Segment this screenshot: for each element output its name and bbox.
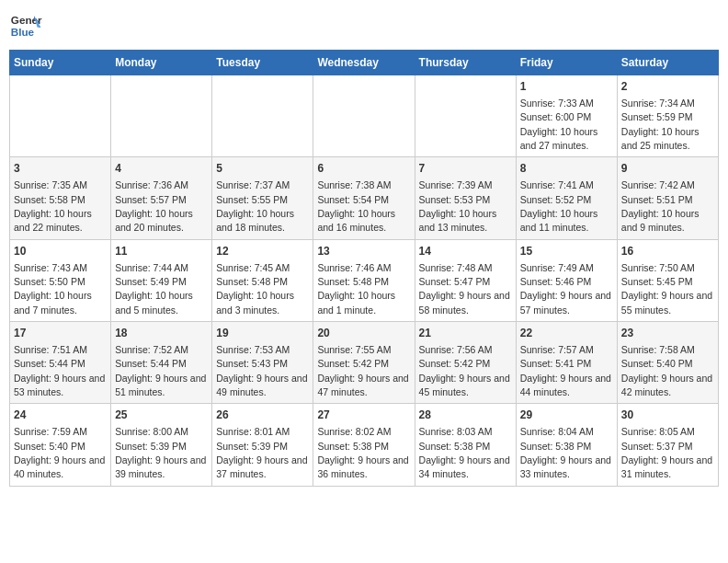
day-info: Sunrise: 7:53 AMSunset: 5:43 PMDaylight:… [216,344,307,397]
calendar-cell: 26Sunrise: 8:01 AMSunset: 5:39 PMDayligh… [212,404,313,486]
day-info: Sunrise: 7:48 AMSunset: 5:47 PMDaylight:… [419,262,510,316]
day-number: 21 [419,326,512,341]
calendar-cell: 23Sunrise: 7:58 AMSunset: 5:40 PMDayligh… [617,322,718,404]
logo-icon: General Blue [9,9,42,42]
day-info: Sunrise: 8:00 AMSunset: 5:39 PMDaylight:… [115,426,206,479]
calendar-cell: 13Sunrise: 7:46 AMSunset: 5:48 PMDayligh… [313,239,415,321]
calendar-cell: 21Sunrise: 7:56 AMSunset: 5:42 PMDayligh… [415,322,516,404]
day-info: Sunrise: 7:37 AMSunset: 5:55 PMDaylight:… [216,179,294,233]
day-info: Sunrise: 7:39 AMSunset: 5:53 PMDaylight:… [419,179,497,233]
day-number: 12 [216,244,309,259]
calendar-cell: 24Sunrise: 7:59 AMSunset: 5:40 PMDayligh… [10,404,111,486]
day-info: Sunrise: 7:59 AMSunset: 5:40 PMDaylight:… [14,426,105,479]
day-number: 19 [216,326,309,341]
calendar-cell: 8Sunrise: 7:41 AMSunset: 5:52 PMDaylight… [516,157,617,239]
day-number: 9 [621,161,714,177]
day-info: Sunrise: 8:05 AMSunset: 5:37 PMDaylight:… [621,426,712,479]
day-number: 27 [317,408,410,423]
calendar-cell: 17Sunrise: 7:51 AMSunset: 5:44 PMDayligh… [10,322,111,404]
calendar-cell: 4Sunrise: 7:36 AMSunset: 5:57 PMDaylight… [111,157,212,239]
calendar-table: SundayMondayTuesdayWednesdayThursdayFrid… [9,50,719,487]
day-number: 20 [317,326,410,341]
day-number: 8 [520,161,613,177]
day-info: Sunrise: 7:38 AMSunset: 5:54 PMDaylight:… [317,179,395,233]
day-info: Sunrise: 7:33 AMSunset: 6:00 PMDaylight:… [520,98,598,151]
day-number: 30 [621,408,714,423]
day-number: 6 [317,161,410,177]
calendar-cell: 7Sunrise: 7:39 AMSunset: 5:53 PMDaylight… [415,157,516,239]
day-info: Sunrise: 7:56 AMSunset: 5:42 PMDaylight:… [419,344,510,397]
calendar-cell: 25Sunrise: 8:00 AMSunset: 5:39 PMDayligh… [111,404,212,486]
day-number: 15 [520,244,613,259]
day-number: 3 [14,161,107,177]
day-info: Sunrise: 7:58 AMSunset: 5:40 PMDaylight:… [621,344,712,397]
calendar-cell [111,75,212,157]
calendar-cell: 1Sunrise: 7:33 AMSunset: 6:00 PMDaylight… [516,75,617,157]
day-number: 11 [115,244,208,259]
calendar-cell: 27Sunrise: 8:02 AMSunset: 5:38 PMDayligh… [313,404,415,486]
calendar-cell [10,75,111,157]
calendar-cell: 15Sunrise: 7:49 AMSunset: 5:46 PMDayligh… [516,239,617,321]
calendar-cell: 28Sunrise: 8:03 AMSunset: 5:38 PMDayligh… [415,404,516,486]
day-number: 23 [621,326,714,341]
col-header-thursday: Thursday [415,51,516,75]
day-number: 10 [14,244,107,259]
day-info: Sunrise: 8:02 AMSunset: 5:38 PMDaylight:… [317,426,408,479]
calendar-cell: 29Sunrise: 8:04 AMSunset: 5:38 PMDayligh… [516,404,617,486]
calendar-cell [212,75,313,157]
svg-text:Blue: Blue [11,26,35,38]
calendar-cell: 3Sunrise: 7:35 AMSunset: 5:58 PMDaylight… [10,157,111,239]
col-header-monday: Monday [111,51,212,75]
col-header-wednesday: Wednesday [313,51,415,75]
day-number: 2 [621,79,714,95]
day-info: Sunrise: 7:35 AMSunset: 5:58 PMDaylight:… [14,179,92,233]
day-number: 22 [520,326,613,341]
day-number: 1 [520,79,613,95]
calendar-cell: 30Sunrise: 8:05 AMSunset: 5:37 PMDayligh… [617,404,718,486]
day-number: 29 [520,408,613,423]
calendar-cell: 10Sunrise: 7:43 AMSunset: 5:50 PMDayligh… [10,239,111,321]
day-info: Sunrise: 8:01 AMSunset: 5:39 PMDaylight:… [216,426,307,479]
day-info: Sunrise: 8:04 AMSunset: 5:38 PMDaylight:… [520,426,611,479]
day-number: 5 [216,161,309,177]
day-info: Sunrise: 7:44 AMSunset: 5:49 PMDaylight:… [115,262,193,316]
day-info: Sunrise: 7:34 AMSunset: 5:59 PMDaylight:… [621,98,700,151]
calendar-cell: 20Sunrise: 7:55 AMSunset: 5:42 PMDayligh… [313,322,415,404]
col-header-friday: Friday [516,51,617,75]
day-number: 16 [621,244,714,259]
day-info: Sunrise: 7:50 AMSunset: 5:45 PMDaylight:… [621,262,712,316]
calendar-cell: 19Sunrise: 7:53 AMSunset: 5:43 PMDayligh… [212,322,313,404]
day-number: 14 [419,244,512,259]
day-info: Sunrise: 7:36 AMSunset: 5:57 PMDaylight:… [115,179,193,233]
calendar-week-row: 1Sunrise: 7:33 AMSunset: 6:00 PMDaylight… [10,75,719,157]
day-number: 17 [14,326,107,341]
day-info: Sunrise: 7:55 AMSunset: 5:42 PMDaylight:… [317,344,408,397]
day-info: Sunrise: 7:52 AMSunset: 5:44 PMDaylight:… [115,344,206,397]
day-number: 24 [14,408,107,423]
day-number: 18 [115,326,208,341]
calendar-cell: 14Sunrise: 7:48 AMSunset: 5:47 PMDayligh… [415,239,516,321]
calendar-cell: 5Sunrise: 7:37 AMSunset: 5:55 PMDaylight… [212,157,313,239]
logo: General Blue [9,9,42,42]
day-info: Sunrise: 7:43 AMSunset: 5:50 PMDaylight:… [14,262,92,316]
col-header-sunday: Sunday [10,51,111,75]
calendar-week-row: 24Sunrise: 7:59 AMSunset: 5:40 PMDayligh… [10,404,719,486]
day-info: Sunrise: 8:03 AMSunset: 5:38 PMDaylight:… [419,426,510,479]
day-info: Sunrise: 7:57 AMSunset: 5:41 PMDaylight:… [520,344,611,397]
calendar-cell: 9Sunrise: 7:42 AMSunset: 5:51 PMDaylight… [617,157,718,239]
calendar-week-row: 3Sunrise: 7:35 AMSunset: 5:58 PMDaylight… [10,157,719,239]
day-number: 28 [419,408,512,423]
calendar-week-row: 10Sunrise: 7:43 AMSunset: 5:50 PMDayligh… [10,239,719,321]
calendar-cell: 6Sunrise: 7:38 AMSunset: 5:54 PMDaylight… [313,157,415,239]
col-header-saturday: Saturday [617,51,718,75]
day-number: 13 [317,244,410,259]
col-header-tuesday: Tuesday [212,51,313,75]
calendar-cell [313,75,415,157]
calendar-cell: 16Sunrise: 7:50 AMSunset: 5:45 PMDayligh… [617,239,718,321]
day-number: 26 [216,408,309,423]
day-number: 7 [419,161,512,177]
day-info: Sunrise: 7:42 AMSunset: 5:51 PMDaylight:… [621,179,700,233]
calendar-cell: 11Sunrise: 7:44 AMSunset: 5:49 PMDayligh… [111,239,212,321]
calendar-header-row: SundayMondayTuesdayWednesdayThursdayFrid… [10,51,719,75]
day-info: Sunrise: 7:46 AMSunset: 5:48 PMDaylight:… [317,262,395,316]
